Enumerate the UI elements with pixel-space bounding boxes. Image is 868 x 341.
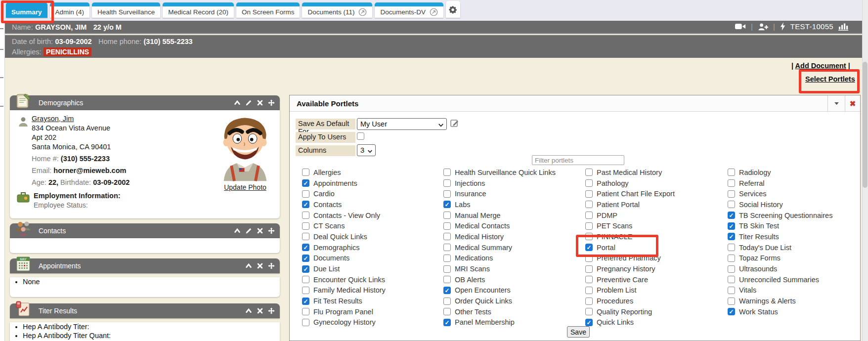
- checkbox-panel-membership[interactable]: ✓: [443, 319, 451, 326]
- add-document-link[interactable]: Add Document: [795, 62, 846, 70]
- columns-select[interactable]: 3: [357, 144, 376, 156]
- checkbox-referral[interactable]: [728, 179, 735, 187]
- checkbox-tb-skin-test[interactable]: ✓: [728, 222, 735, 230]
- save-as-default-select[interactable]: My User: [357, 118, 447, 130]
- checkbox-medications[interactable]: [443, 255, 451, 262]
- filter-portlets-input[interactable]: [532, 155, 624, 165]
- save-button[interactable]: Save: [567, 326, 590, 338]
- checkbox-other-tests[interactable]: [443, 308, 451, 315]
- collapse-icon[interactable]: [234, 99, 241, 106]
- close-icon[interactable]: [257, 227, 263, 234]
- checkbox-deal-quick-links[interactable]: [302, 233, 309, 240]
- scrollbar-thumb[interactable]: [863, 62, 868, 188]
- checkbox-tb-screening-questionnaires[interactable]: ✓: [728, 212, 735, 219]
- edit-default-pencil-icon[interactable]: [450, 119, 459, 128]
- checkbox-order-quick-links[interactable]: [443, 298, 451, 305]
- checkbox-preventive-care[interactable]: [585, 276, 593, 283]
- bar-chart-icon[interactable]: [838, 23, 848, 31]
- checkbox-due-list[interactable]: ✓: [302, 265, 309, 273]
- checkbox-pathology[interactable]: [585, 179, 593, 187]
- checkbox-social-history[interactable]: [728, 201, 735, 208]
- checkbox-radiology[interactable]: [728, 169, 735, 176]
- checkbox-problem-list[interactable]: [585, 287, 593, 294]
- checkbox-today-s-due-list[interactable]: [728, 244, 735, 251]
- collapse-icon[interactable]: [245, 307, 252, 314]
- checkbox-past-medical-history[interactable]: [585, 169, 593, 176]
- close-icon[interactable]: [257, 307, 263, 314]
- checkbox-insurance[interactable]: [443, 190, 451, 198]
- checkbox-quick-links[interactable]: ✓: [585, 319, 593, 326]
- checkbox-titer-results[interactable]: ✓: [728, 233, 735, 240]
- allergy-badge[interactable]: PENICILLINS: [43, 47, 91, 56]
- move-icon[interactable]: [268, 99, 275, 106]
- pencil-icon[interactable]: [245, 227, 252, 234]
- open-in-new-icon[interactable]: [358, 8, 367, 16]
- checkbox-medical-history[interactable]: [443, 233, 451, 240]
- vertical-scrollbar[interactable]: [862, 0, 868, 341]
- checkbox-flu-program-panel[interactable]: [302, 308, 309, 315]
- checkbox-pdmp[interactable]: [585, 212, 593, 219]
- collapse-icon[interactable]: [245, 262, 252, 269]
- checkbox-labs[interactable]: ✓: [443, 201, 451, 208]
- checkbox-warnings-alerts[interactable]: [728, 298, 735, 305]
- checkbox-procedures[interactable]: [585, 298, 593, 305]
- checkbox-open-encounters[interactable]: ✓: [443, 287, 451, 294]
- move-icon[interactable]: [268, 262, 275, 269]
- tab-documents-dv[interactable]: Documents-DV: [375, 2, 443, 18]
- checkbox-demographics[interactable]: ✓: [302, 244, 309, 251]
- checkbox-pregnancy-history[interactable]: [585, 265, 593, 273]
- dialog-title-bar[interactable]: Available Portlets ✖: [290, 95, 860, 112]
- select-portlets-link[interactable]: Select Portlets: [805, 75, 855, 83]
- checkbox-encounter-quick-links[interactable]: [302, 276, 309, 283]
- tab-admin-4[interactable]: Admin (4): [50, 2, 90, 18]
- move-icon[interactable]: [268, 227, 275, 234]
- patient-name-link[interactable]: Grayson, Jim: [32, 115, 74, 123]
- checkbox-services[interactable]: [728, 190, 735, 198]
- checkbox-medical-summary[interactable]: [443, 244, 451, 251]
- move-icon[interactable]: [268, 307, 275, 314]
- tab-summary[interactable]: Summary: [6, 2, 47, 18]
- checkbox-portal[interactable]: ✓: [585, 244, 593, 251]
- checkbox-vitals[interactable]: [728, 287, 735, 294]
- lightning-icon[interactable]: [780, 22, 785, 31]
- checkbox-manual-merge[interactable]: [443, 212, 451, 219]
- checkbox-work-status[interactable]: ✓: [728, 308, 735, 315]
- tab-on-screen-forms[interactable]: On Screen Forms: [236, 2, 300, 18]
- checkbox-contacts-view-only[interactable]: [302, 212, 309, 219]
- tab-medical-record-20[interactable]: Medical Record (20): [163, 2, 234, 18]
- checkbox-medical-contacts[interactable]: [443, 222, 451, 230]
- titer-results-portlet-header[interactable]: Titer Results: [10, 303, 280, 318]
- checkbox-unreconciled-summaries[interactable]: [728, 276, 735, 283]
- demographics-portlet-header[interactable]: Demographics: [10, 95, 280, 110]
- tab-settings-gear[interactable]: [446, 1, 460, 18]
- checkbox-health-surveillance-quick-links[interactable]: [443, 169, 451, 176]
- add-person-icon[interactable]: [758, 23, 768, 31]
- appointments-portlet-header[interactable]: MAY Appointments: [10, 258, 280, 273]
- checkbox-quality-reporting[interactable]: [585, 308, 593, 315]
- checkbox-documents[interactable]: ✓: [302, 255, 309, 262]
- dialog-close-icon[interactable]: ✖: [845, 95, 860, 112]
- checkbox-ultrasounds[interactable]: [728, 265, 735, 273]
- close-icon[interactable]: [257, 262, 263, 269]
- tab-health-surveillance[interactable]: Health Surveillance: [92, 2, 160, 18]
- checkbox-mri-scans[interactable]: [443, 265, 451, 273]
- checkbox-cardio[interactable]: [302, 190, 309, 198]
- checkbox-patient-chart-file-export[interactable]: [585, 190, 593, 198]
- open-in-new-icon[interactable]: [430, 8, 438, 16]
- close-icon[interactable]: [257, 99, 263, 106]
- checkbox-patient-portal[interactable]: [585, 201, 593, 208]
- checkbox-preferred-pharmacy[interactable]: [585, 255, 593, 262]
- checkbox-fit-test-results[interactable]: ✓: [302, 298, 309, 305]
- update-photo-link[interactable]: Update Photo: [215, 183, 276, 191]
- collapse-icon[interactable]: [234, 227, 241, 234]
- checkbox-ob-alerts[interactable]: [443, 276, 451, 283]
- contacts-portlet-header[interactable]: Contacts: [10, 223, 280, 238]
- checkbox-topaz-forms[interactable]: [728, 255, 735, 262]
- checkbox-allergies[interactable]: [302, 169, 309, 176]
- tab-documents-11[interactable]: Documents (11): [302, 2, 372, 18]
- checkbox-injections[interactable]: [443, 179, 451, 187]
- checkbox-pinnacle[interactable]: [585, 233, 593, 240]
- video-camera-icon[interactable]: [735, 23, 746, 30]
- checkbox-appointments[interactable]: ✓: [302, 179, 309, 187]
- dialog-collapse-button[interactable]: [827, 95, 845, 112]
